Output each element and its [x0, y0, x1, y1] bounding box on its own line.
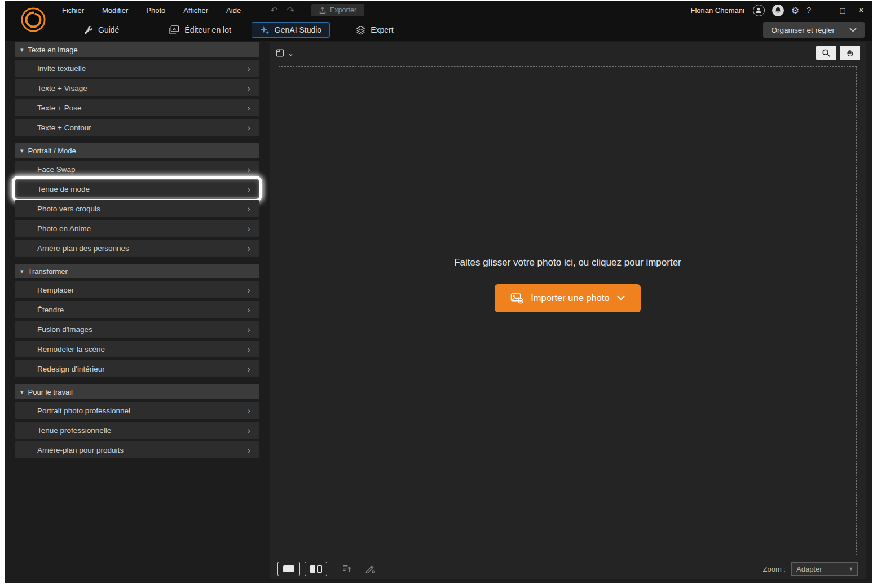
- export-icon: [319, 7, 326, 14]
- chevron-right-icon: ›: [247, 83, 250, 93]
- status-bar: Zoom : Adapter ▼: [270, 559, 866, 579]
- tab-batch-editor[interactable]: Éditeur en lot: [169, 25, 231, 34]
- sidebar-item-redesign-interieur[interactable]: Redesign d'intérieur ›: [15, 360, 259, 377]
- close-icon[interactable]: ×: [856, 5, 867, 16]
- item-label: Texte + Pose: [37, 104, 81, 112]
- section-header-pour-le-travail[interactable]: ▾ Pour le travail: [15, 384, 259, 399]
- sidebar-item-remplacer[interactable]: Remplacer ›: [15, 281, 259, 298]
- import-photo-button[interactable]: Importer une photo: [495, 284, 640, 312]
- pen-edit-icon[interactable]: [365, 564, 375, 573]
- tab-guide[interactable]: Guidé: [83, 25, 119, 35]
- wrench-icon: [83, 25, 93, 35]
- chevron-right-icon: ›: [247, 165, 250, 174]
- chevron-right-icon: ›: [247, 305, 250, 315]
- sidebar-item-portrait-photo-professionnel[interactable]: Portrait photo professionnel ›: [15, 402, 259, 419]
- chevron-right-icon: ›: [247, 285, 250, 295]
- single-view-icon: [283, 565, 294, 572]
- item-label: Portrait photo professionnel: [37, 406, 130, 415]
- item-label: Remodeler la scène: [37, 345, 105, 353]
- sidebar-item-tenue-professionnelle[interactable]: Tenue professionnelle ›: [15, 422, 259, 439]
- section-title: Pour le travail: [28, 388, 73, 396]
- sidebar-item-arriere-plan-personnes[interactable]: Arrière-plan des personnes ›: [15, 240, 259, 257]
- sidebar-item-texte-contour[interactable]: Texte + Contour ›: [15, 119, 259, 136]
- history-list-icon[interactable]: [342, 564, 352, 573]
- zoom-tool-button[interactable]: [816, 46, 836, 60]
- compare-view-button[interactable]: [305, 562, 327, 576]
- tab-expert[interactable]: Expert: [356, 25, 393, 35]
- import-photo-label: Importer une photo: [531, 293, 609, 303]
- caret-down-icon: ⌄: [288, 49, 294, 58]
- user-name: Florian Chemani: [690, 6, 744, 15]
- menu-fichier[interactable]: Fichier: [62, 6, 84, 15]
- hand-tool-button[interactable]: [840, 46, 860, 60]
- section-header-texte-en-image[interactable]: ▾ Texte en image: [15, 42, 259, 57]
- sidebar-section-pour-le-travail: ▾ Pour le travail Portrait photo profess…: [15, 384, 259, 458]
- export-button[interactable]: Exporter: [311, 4, 364, 16]
- canvas-mode-button[interactable]: ⌄: [275, 48, 294, 58]
- help-icon[interactable]: ?: [807, 6, 811, 15]
- tab-expert-label: Expert: [371, 25, 393, 34]
- organize-adjust-button[interactable]: Organiser et régler: [763, 22, 865, 38]
- minimize-icon[interactable]: —: [818, 6, 830, 15]
- item-label: Photo en Anime: [37, 224, 91, 233]
- mode-toolbar: Guidé Éditeur en lot GenAI Studio Expert: [5, 19, 872, 41]
- section-header-transformer[interactable]: ▾ Transformer: [15, 264, 259, 278]
- chevron-right-icon: ›: [247, 244, 250, 253]
- sidebar-item-etendre[interactable]: Étendre ›: [15, 301, 259, 318]
- sidebar-item-texte-pose[interactable]: Texte + Pose ›: [15, 99, 259, 116]
- caret-down-icon: ▼: [845, 566, 857, 572]
- chevron-right-icon: ›: [247, 344, 250, 354]
- zoom-value: Adapter: [792, 565, 845, 573]
- sidebar-item-texte-visage[interactable]: Texte + Visage ›: [15, 79, 259, 96]
- chevron-right-icon: ›: [247, 406, 250, 415]
- tab-guide-label: Guidé: [98, 25, 119, 34]
- section-title: Portrait / Mode: [28, 147, 76, 155]
- header: Fichier Modifier Photo Afficher Aide ↶ ↷…: [5, 1, 872, 41]
- sidebar-item-arriere-plan-produits[interactable]: Arrière-plan pour produits ›: [15, 441, 259, 458]
- single-view-button[interactable]: [277, 562, 300, 576]
- caret-down-icon: ▾: [20, 46, 24, 54]
- item-label: Photo vers croquis: [37, 205, 100, 213]
- zoom-select[interactable]: Adapter ▼: [791, 562, 858, 576]
- sidebar-item-remodeler-scene[interactable]: Remodeler la scène ›: [15, 341, 259, 357]
- item-label: Redesign d'intérieur: [37, 365, 105, 373]
- sidebar-item-photo-vers-croquis[interactable]: Photo vers croquis ›: [15, 200, 259, 217]
- item-label: Tenue de mode: [37, 185, 90, 193]
- frame-icon: [275, 48, 285, 58]
- menu-aide[interactable]: Aide: [226, 6, 241, 15]
- settings-gear-icon[interactable]: ⚙: [791, 5, 799, 16]
- sidebar-item-photo-en-anime[interactable]: Photo en Anime ›: [15, 220, 259, 237]
- item-label: Invite textuelle: [37, 64, 86, 73]
- app-logo: [20, 7, 46, 33]
- sidebar-item-fusion-images[interactable]: Fusion d'images ›: [15, 321, 259, 338]
- undo-icon[interactable]: ↶: [270, 5, 277, 16]
- sidebar-section-texte-en-image: ▾ Texte en image Invite textuelle › Text…: [15, 42, 259, 136]
- item-label: Face Swap: [37, 165, 76, 174]
- menu-bar: Fichier Modifier Photo Afficher Aide ↶ ↷…: [5, 1, 872, 19]
- menu-photo[interactable]: Photo: [146, 6, 165, 15]
- sidebar-item-tenue-de-mode[interactable]: Tenue de mode ›: [15, 180, 259, 197]
- redo-icon[interactable]: ↷: [287, 5, 294, 16]
- caret-down-icon: ▾: [20, 147, 24, 154]
- sidebar-item-face-swap[interactable]: Face Swap ›: [15, 161, 259, 178]
- item-label: Fusion d'images: [37, 325, 92, 334]
- tab-genai-studio[interactable]: GenAI Studio: [252, 22, 330, 38]
- section-title: Transformer: [28, 267, 68, 276]
- organize-label: Organiser et régler: [771, 26, 835, 34]
- maximize-icon[interactable]: □: [837, 6, 848, 15]
- sidebar-item-invite-textuelle[interactable]: Invite textuelle ›: [15, 60, 259, 77]
- export-label: Exporter: [330, 6, 356, 14]
- image-add-icon: [510, 293, 523, 304]
- app-window: Fichier Modifier Photo Afficher Aide ↶ ↷…: [5, 1, 872, 583]
- section-header-portrait-mode[interactable]: ▾ Portrait / Mode: [15, 143, 259, 158]
- item-label: Texte + Contour: [37, 123, 91, 132]
- menu-modifier[interactable]: Modifier: [102, 6, 128, 15]
- account-icon[interactable]: [753, 5, 765, 16]
- layers-icon: [356, 25, 365, 35]
- chevron-right-icon: ›: [247, 184, 250, 194]
- canvas-toolbar: ⌄: [270, 42, 866, 64]
- menu-afficher[interactable]: Afficher: [183, 6, 208, 15]
- photo-dropzone[interactable]: Faites glisser votre photo ici, ou cliqu…: [279, 66, 857, 555]
- notifications-icon[interactable]: [772, 5, 784, 16]
- chevron-right-icon: ›: [247, 426, 250, 435]
